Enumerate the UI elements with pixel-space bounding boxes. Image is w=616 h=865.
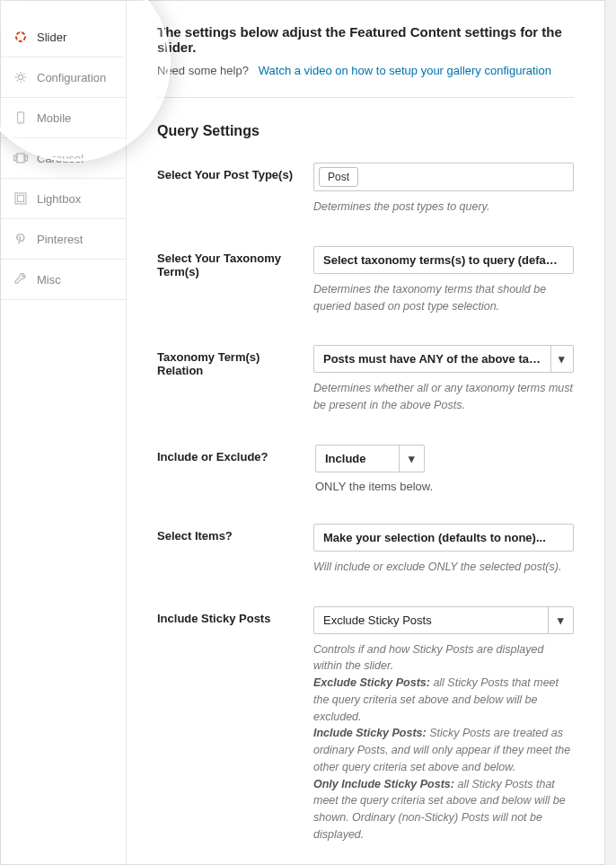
lightbox-icon: [13, 191, 28, 206]
include-exclude-select[interactable]: Include ▾: [315, 445, 425, 472]
section-title: Query Settings: [157, 123, 574, 139]
sidebar-item-label: Carousel: [37, 152, 117, 165]
slider-icon: [13, 30, 28, 44]
sidebar-item-slider[interactable]: Slider: [1, 17, 126, 57]
hint-only-label: Only Include Sticky Posts:: [313, 778, 454, 790]
content-area: The settings below adjust the Featured C…: [127, 1, 604, 864]
chevron-down-icon: ▾: [548, 607, 573, 633]
sidebar: Slider Configuration Mobile Carousel Lig…: [1, 1, 127, 864]
svg-rect-6: [25, 155, 28, 161]
sidebar-item-carousel[interactable]: Carousel: [1, 138, 126, 179]
field-include-exclude: Include or Exclude? Include ▾ ONLY the i…: [157, 445, 574, 493]
post-type-tag[interactable]: Post: [319, 167, 358, 187]
field-sticky-posts: Include Sticky Posts Exclude Sticky Post…: [157, 606, 574, 843]
field-hint: Determines the taxonomy terms that shoul…: [313, 281, 574, 315]
help-row: Need some help? Watch a video on how to …: [157, 64, 574, 77]
sidebar-item-lightbox[interactable]: Lightbox: [1, 179, 126, 219]
hint-intro: Controls if and how Sticky Posts are dis…: [313, 643, 543, 673]
sidebar-item-label: Slider: [37, 31, 114, 44]
hint-exclude-label: Exclude Sticky Posts:: [313, 676, 430, 689]
field-label: Select Items?: [157, 524, 313, 543]
sidebar-item-label: Pinterest: [37, 233, 117, 246]
svg-rect-7: [15, 193, 26, 204]
sidebar-item-label: Configuration: [37, 71, 117, 84]
sticky-posts-select[interactable]: Exclude Sticky Posts ▾: [313, 606, 574, 634]
sidebar-item-configuration[interactable]: Configuration: [1, 57, 126, 98]
divider: [157, 97, 574, 98]
taxonomy-terms-select[interactable]: Select taxonomy terms(s) to query (defau…: [313, 246, 574, 274]
sidebar-item-label: Lightbox: [37, 192, 117, 206]
mobile-icon: [13, 110, 28, 125]
sidebar-item-label: Mobile: [37, 111, 117, 125]
field-hint: Determines whether all or any taxonomy t…: [313, 380, 574, 414]
hint-include-label: Include Sticky Posts:: [313, 727, 427, 739]
select-placeholder: Select taxonomy terms(s) to query (defau…: [323, 253, 564, 267]
field-post-type: Select Your Post Type(s) Post Determines…: [157, 163, 574, 216]
gear-icon: [13, 70, 28, 84]
select-items-input[interactable]: Make your selection (defaults to none)..…: [313, 524, 574, 552]
field-hint: Determines the post types to query.: [313, 199, 574, 216]
select-placeholder: Make your selection (defaults to none)..…: [323, 531, 546, 544]
field-taxonomy-relation: Taxonomy Term(s) Relation Posts must hav…: [157, 345, 574, 414]
chevron-down-icon: ▾: [399, 446, 424, 472]
sidebar-item-label: Misc: [37, 273, 117, 287]
field-hint: ONLY the items below.: [315, 480, 574, 493]
chevron-down-icon: ▾: [550, 346, 573, 372]
field-label: Select Your Post Type(s): [157, 163, 313, 181]
svg-point-0: [16, 32, 25, 41]
svg-point-3: [20, 121, 21, 122]
sidebar-item-pinterest[interactable]: Pinterest: [1, 219, 126, 260]
field-hint: Will include or exclude ONLY the selecte…: [313, 559, 574, 576]
wrench-icon: [13, 272, 28, 287]
svg-rect-5: [14, 155, 17, 161]
field-label: Select Your Taxonomy Term(s): [157, 246, 313, 278]
select-value: Exclude Sticky Posts: [323, 613, 432, 627]
field-hint: Controls if and how Sticky Posts are dis…: [313, 641, 574, 843]
page-title: The settings below adjust the Featured C…: [157, 24, 574, 55]
svg-point-1: [18, 75, 22, 79]
pinterest-icon: [13, 232, 28, 246]
taxonomy-relation-select[interactable]: Posts must have ANY of the above taxono.…: [313, 345, 574, 373]
field-label: Taxonomy Term(s) Relation: [157, 345, 313, 377]
carousel-icon: [13, 151, 28, 165]
select-value: Include: [325, 452, 366, 465]
field-label: Include Sticky Posts: [157, 606, 313, 625]
sidebar-item-mobile[interactable]: Mobile: [1, 98, 126, 138]
select-value: Posts must have ANY of the above taxono.…: [323, 352, 543, 366]
help-video-link[interactable]: Watch a video on how to setup your galle…: [259, 64, 551, 77]
field-taxonomy-terms: Select Your Taxonomy Term(s) Select taxo…: [157, 246, 574, 315]
field-select-items: Select Items? Make your selection (defau…: [157, 524, 574, 576]
field-label: Include or Exclude?: [157, 445, 315, 463]
svg-rect-4: [17, 154, 24, 163]
settings-panel: Slider Configuration Mobile Carousel Lig…: [0, 0, 605, 865]
svg-rect-8: [18, 196, 24, 202]
help-prefix: Need some help?: [157, 64, 249, 77]
sidebar-item-misc[interactable]: Misc: [1, 260, 126, 300]
post-type-input[interactable]: Post: [313, 163, 574, 191]
